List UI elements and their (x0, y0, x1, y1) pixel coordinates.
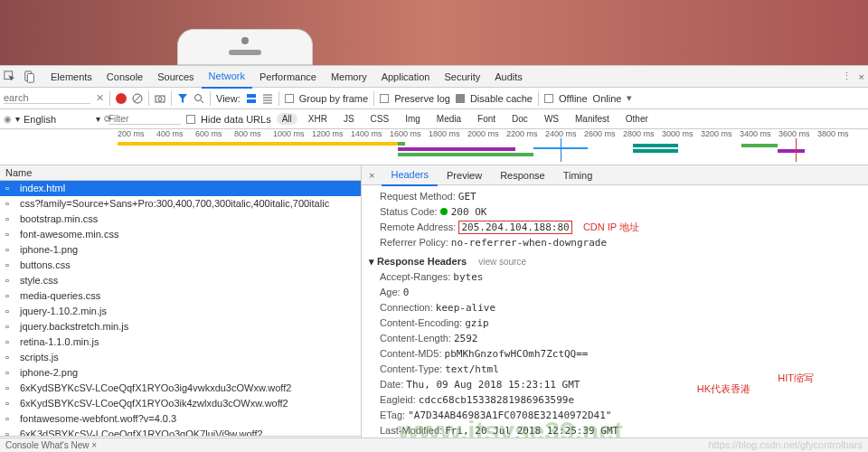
timeline-overview[interactable]: 200 ms400 ms600 ms800 ms1000 ms1200 ms14… (0, 129, 868, 165)
response-headers-title[interactable]: ▾ Response Headers view source (369, 254, 861, 269)
request-row[interactable]: ▫6xKydSBYKcSV-LCoeQqfX1RYOo3ik4zwlxdu3cO… (0, 396, 361, 411)
file-icon: ▫ (5, 335, 16, 349)
name-column-header[interactable]: Name (0, 165, 361, 181)
file-icon: ▫ (5, 212, 16, 226)
offline-checkbox[interactable] (544, 94, 553, 103)
request-details: × Headers Preview Response Timing Reques… (362, 165, 868, 452)
filter-chip-xhr[interactable]: XHR (303, 113, 333, 125)
ruler-tick: 400 ms (156, 129, 184, 138)
filter-chip-doc[interactable]: Doc (506, 113, 533, 125)
ruler-tick: 1600 ms (390, 129, 421, 138)
tab-response[interactable]: Response (491, 165, 554, 185)
request-row[interactable]: ▫jquery-1.10.2.min.js (0, 304, 361, 319)
request-row[interactable]: ▫iphone-2.png (0, 365, 361, 381)
chevron-down-icon[interactable]: ▾ (627, 92, 632, 104)
ruler-tick: 2200 ms (506, 129, 538, 138)
ruler-tick: 2800 ms (623, 129, 655, 138)
request-row[interactable]: ▫font-awesome.min.css (0, 227, 361, 242)
tab-headers[interactable]: Headers (382, 165, 438, 186)
divider (210, 91, 211, 106)
filter-input[interactable] (108, 114, 181, 125)
camera-icon[interactable] (155, 93, 165, 104)
remote-address-value: 205.204.104.188:80 (458, 221, 571, 234)
filter-chip-js[interactable]: JS (338, 113, 360, 125)
close-icon[interactable]: × (859, 71, 864, 82)
view-large-icon[interactable] (246, 93, 257, 104)
request-row[interactable]: ▫fontawesome-webfont.woff?v=4.0.3 (0, 411, 361, 427)
filter-chip-ws[interactable]: WS (539, 113, 564, 125)
search-input[interactable] (4, 92, 90, 104)
tab-timing[interactable]: Timing (554, 165, 602, 185)
request-row[interactable]: ▫jquery.backstretch.min.js (0, 319, 361, 334)
tab-security[interactable]: Security (437, 66, 487, 88)
chevron-down-icon[interactable]: ▾ (96, 114, 100, 124)
request-row[interactable]: ▫css?family=Source+Sans+Pro:300,400,700,… (0, 196, 361, 212)
group-by-frame-checkbox[interactable] (285, 94, 294, 103)
disable-cache-label: Disable cache (470, 93, 533, 104)
tab-performance[interactable]: Performance (252, 66, 324, 88)
ruler-tick: 1400 ms (351, 129, 382, 138)
tab-network[interactable]: Network (202, 65, 252, 89)
request-row[interactable]: ▫buttons.css (0, 258, 361, 273)
tab-elements[interactable]: Elements (43, 66, 99, 88)
chevron-down-icon[interactable]: ▾ (15, 114, 20, 124)
filter-chip-font[interactable]: Font (472, 113, 501, 125)
filter-chip-media[interactable]: Media (431, 113, 467, 125)
refresh-icon[interactable]: ⟳ (104, 114, 111, 124)
clear-search-icon[interactable]: ✕ (96, 92, 104, 104)
eye-icon[interactable]: ◉ (4, 114, 12, 124)
tab-memory[interactable]: Memory (324, 66, 374, 88)
record-icon[interactable] (116, 93, 127, 104)
request-name: buttons.css (20, 259, 71, 272)
view-small-icon[interactable] (262, 93, 273, 104)
request-row[interactable]: ▫style.css (0, 273, 361, 288)
header-row: Content-MD5: pbMKhGnzofwHCOmh7ZctQQ== (369, 346, 861, 362)
ruler-tick: 1800 ms (429, 129, 460, 138)
hide-data-urls-checkbox[interactable] (186, 115, 195, 124)
header-row: Connection: keep-alive (369, 300, 861, 315)
request-row[interactable]: ▫retina-1.1.0.min.js (0, 334, 361, 350)
group-by-frame-label: Group by frame (299, 93, 368, 104)
tab-audits[interactable]: Audits (487, 66, 530, 88)
request-row[interactable]: ▫6xK3dSBYKcSV-LCoeQqfX1RYOo3qOK7lujVj9w.… (0, 427, 361, 436)
filter-chip-img[interactable]: Img (400, 113, 426, 125)
search-icon[interactable] (193, 93, 204, 104)
request-row[interactable]: ▫index.html (0, 181, 361, 196)
more-icon[interactable]: ⋮ (842, 71, 852, 82)
close-details-icon[interactable]: × (362, 170, 382, 181)
ruler-tick: 2600 ms (584, 129, 616, 138)
ruler-tick: 2400 ms (545, 129, 577, 138)
request-name: jquery.backstretch.min.js (20, 320, 128, 334)
devtools-tab-bar: Elements Console Sources Network Perform… (0, 66, 868, 88)
device-icon[interactable] (24, 71, 36, 83)
svg-rect-10 (247, 99, 256, 103)
request-name: scripts.js (20, 351, 59, 364)
disable-cache-checkbox[interactable] (456, 94, 465, 103)
request-row[interactable]: ▫media-queries.css (0, 288, 361, 304)
request-row[interactable]: ▫bootstrap.min.css (0, 212, 361, 227)
tab-sources[interactable]: Sources (150, 66, 201, 88)
inspect-icon[interactable] (4, 71, 16, 83)
request-name: fontawesome-webfont.woff?v=4.0.3 (20, 412, 176, 426)
preserve-log-checkbox[interactable] (380, 94, 389, 103)
request-row[interactable]: ▫scripts.js (0, 350, 361, 365)
filter-chip-other[interactable]: Other (620, 113, 654, 125)
filter-chip-manifest[interactable]: Manifest (570, 113, 615, 125)
filter-chip-all[interactable]: All (277, 113, 297, 125)
request-row[interactable]: ▫6xKydSBYKcSV-LCoeQqfX1RYOo3ig4vwkxdu3cO… (0, 381, 361, 396)
filter-icon[interactable] (177, 93, 188, 104)
ruler-tick: 2000 ms (467, 129, 499, 138)
tab-console[interactable]: Console (99, 66, 150, 88)
file-icon: ▫ (5, 197, 16, 211)
request-row[interactable]: ▫iphone-1.png (0, 242, 361, 258)
svg-rect-9 (247, 94, 256, 98)
tab-application[interactable]: Application (374, 66, 438, 88)
divider (148, 91, 149, 106)
online-label[interactable]: Online (593, 93, 622, 104)
filter-chip-css[interactable]: CSS (365, 113, 395, 125)
header-row: Eagleid: cdcc68cb15338281986963599e (369, 392, 861, 408)
file-icon: ▫ (5, 320, 16, 334)
clear-icon[interactable] (132, 93, 143, 104)
tab-preview[interactable]: Preview (438, 165, 491, 185)
throttle-select[interactable]: English (24, 114, 56, 125)
